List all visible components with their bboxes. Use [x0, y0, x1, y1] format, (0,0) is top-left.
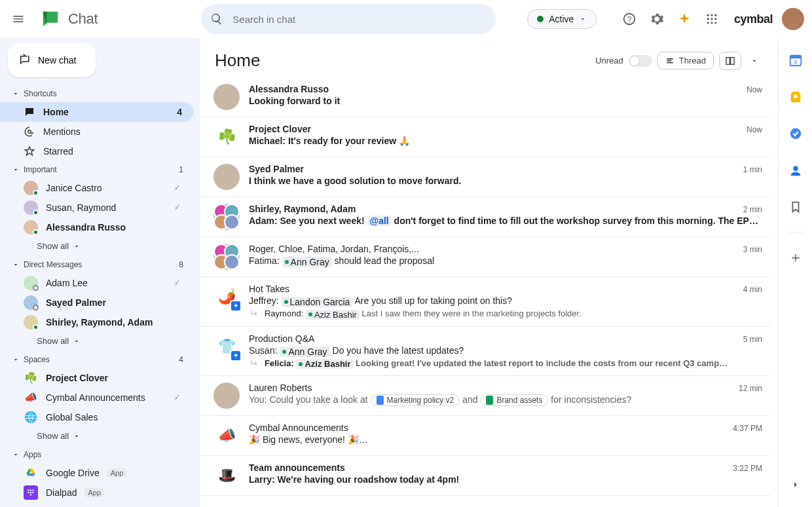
dm-item[interactable]: Sayed Palmer: [0, 293, 194, 312]
conversation-row[interactable]: Shirley, Raymond, Adam 2 min Adam: See y…: [200, 197, 770, 237]
help-icon: ?: [622, 12, 637, 26]
caret-down-icon: [12, 261, 20, 269]
avatar: [24, 220, 38, 235]
sender-prefix: Felicia:: [265, 358, 296, 368]
message-snippet: Jeffrey: Landon Garcia Are you still up …: [249, 295, 762, 307]
view-more-button[interactable]: [747, 54, 762, 68]
conversation-time: 5 min: [743, 335, 762, 344]
thread-chip-label: Thread: [679, 56, 706, 66]
conversation-avatar: 🎩: [213, 462, 240, 489]
space-item[interactable]: ☘️ Project Clover: [0, 368, 194, 388]
space-item[interactable]: 🌐 Global Sales: [0, 407, 194, 427]
conversation-row[interactable]: 📣 Cymbal Announcements 4:37 PM 🎉 Big new…: [200, 416, 770, 456]
section-dm-header[interactable]: Direct Messages 8: [0, 256, 200, 273]
divider: [788, 232, 803, 233]
section-shortcuts-header[interactable]: Shortcuts: [0, 85, 200, 102]
show-all-label: Show all: [37, 336, 69, 346]
topbar-actions: ? cymbal: [616, 6, 804, 32]
mention-chip[interactable]: Aziz Bashir: [296, 359, 353, 369]
star-icon: [24, 145, 35, 157]
app-name: Chat: [68, 10, 98, 28]
dm-item[interactable]: Shirley, Raymond, Adam: [0, 312, 194, 332]
side-panel-collapse[interactable]: [783, 472, 809, 498]
unread-toggle[interactable]: [629, 55, 652, 67]
main-menu-button[interactable]: [5, 6, 31, 32]
presence-active-icon: [33, 210, 39, 216]
settings-button[interactable]: [644, 6, 670, 32]
conversation-list[interactable]: Alessandra Russo Now Looking forward to …: [200, 77, 774, 507]
conversation-row[interactable]: Syed Palmer 1 min I think we have a good…: [200, 157, 770, 197]
side-panel-add[interactable]: ＋: [783, 244, 809, 271]
svg-point-5: [714, 14, 716, 16]
dm-item[interactable]: Adam Lee: [0, 273, 194, 293]
dm-item[interactable]: Susan, Raymond: [0, 198, 194, 217]
important-show-all[interactable]: Show all: [0, 237, 200, 256]
calendar-icon: 8: [788, 53, 803, 67]
dm-item[interactable]: Janice Castro: [0, 178, 194, 198]
thread-filter-chip[interactable]: Thread: [657, 52, 714, 69]
space-item[interactable]: 📣 Cymbal Announcements: [0, 388, 194, 407]
nav-mentions[interactable]: Mentions: [0, 122, 194, 141]
conversation-row[interactable]: 👕 ✦ Production Q&A 5 min Susan: Ann Gray…: [200, 327, 770, 377]
mention-chip[interactable]: Ann Gray: [282, 257, 332, 267]
sender-prefix: Fatima:: [249, 255, 282, 266]
side-app-tasks[interactable]: [783, 121, 809, 147]
conversation-row[interactable]: ☘️ Project Clover Now Michael: It's read…: [200, 117, 770, 157]
conversation-row[interactable]: 🎩 Team announcements 3:22 PM Larry: We'r…: [200, 456, 770, 496]
org-logo: cymbal: [726, 12, 781, 26]
apps-launcher-button[interactable]: [699, 6, 725, 32]
chevron-down-icon: [750, 57, 758, 65]
hamburger-icon: [12, 12, 25, 26]
gemini-button[interactable]: [671, 6, 697, 32]
conversation-name: Syed Palmer: [249, 164, 304, 174]
dm-show-all[interactable]: Show all: [0, 332, 200, 351]
conversation-row[interactable]: Alessandra Russo Now Looking forward to …: [200, 77, 770, 117]
search-bar[interactable]: [201, 4, 496, 34]
side-app-calendar[interactable]: 8: [783, 47, 809, 73]
search-input[interactable]: [231, 13, 487, 26]
new-chat-button[interactable]: New chat: [8, 43, 96, 77]
dm-item[interactable]: Alessandra Russo: [0, 217, 194, 237]
conversation-name: Team announcements: [249, 462, 345, 473]
svg-point-26: [793, 166, 798, 171]
spaces-show-all[interactable]: Show all: [0, 427, 200, 446]
app-item[interactable]: Dialpad App: [0, 483, 194, 502]
reply-arrow-icon: [249, 309, 261, 319]
side-app-extra[interactable]: [783, 194, 809, 220]
conversation-time: 12 min: [739, 384, 762, 393]
unread-label: Unread: [595, 56, 623, 66]
conversation-avatar: [213, 244, 240, 270]
conversation-avatar: [213, 164, 240, 190]
thread-reply-snippet: Felicia: Aziz Bashir Looking great! I've…: [249, 358, 762, 369]
conversation-row[interactable]: 🌶️ ✦ Hot Takes 4 min Jeffrey: Landon Gar…: [200, 277, 770, 327]
app-item[interactable]: Google Drive App: [0, 463, 194, 483]
account-avatar[interactable]: [782, 8, 804, 30]
conversation-time: 4:37 PM: [733, 424, 762, 433]
plus-icon: ＋: [788, 248, 803, 267]
side-app-keep[interactable]: [783, 84, 809, 110]
section-apps-header[interactable]: Apps: [0, 446, 200, 463]
view-mode-button[interactable]: [719, 52, 741, 70]
conversation-row[interactable]: Lauren Roberts 12 min You: Could you tak…: [200, 376, 770, 416]
main-panel: Home Unread Thread Alessandra Russo: [200, 38, 774, 507]
help-button[interactable]: ?: [616, 6, 642, 32]
status-chip[interactable]: Active: [527, 9, 597, 29]
section-important-header[interactable]: Important 1: [0, 161, 200, 178]
mention-chip[interactable]: Ann Gray: [280, 347, 329, 357]
nav-home[interactable]: Home 4: [0, 102, 194, 122]
message-snippet: I think we have a good solution to move …: [249, 176, 762, 186]
doc-chip[interactable]: Brand assets: [480, 394, 548, 406]
nav-starred[interactable]: Starred: [0, 141, 194, 161]
split-view-icon: [725, 56, 735, 66]
presence-away-icon: [33, 285, 39, 291]
conversation-avatar: [213, 84, 240, 110]
svg-point-7: [710, 18, 712, 20]
side-app-contacts[interactable]: [783, 157, 809, 183]
mention-chip[interactable]: Landon Garcia: [282, 297, 353, 307]
conversation-row[interactable]: Roger, Chloe, Fatima, Jordan, François,.…: [200, 237, 770, 277]
doc-chip[interactable]: Marketing policy v2: [371, 394, 460, 406]
svg-point-14: [32, 489, 33, 491]
mention-chip[interactable]: Aziz Bashir: [306, 310, 360, 320]
section-spaces-header[interactable]: Spaces 4: [0, 351, 200, 368]
dm-name: Adam Lee: [46, 278, 88, 288]
